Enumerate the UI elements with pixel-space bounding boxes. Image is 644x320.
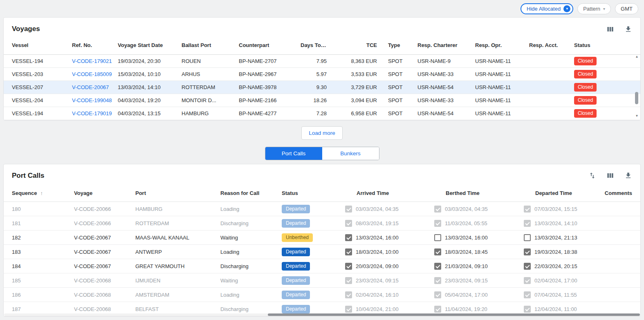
- portcall-departed-time-checkbox[interactable]: [524, 277, 531, 284]
- voyage-ref-link[interactable]: V-CODE-20067: [72, 84, 109, 90]
- voyage-type: SPOT: [377, 54, 417, 67]
- portcalls-col-status[interactable]: Status: [282, 185, 345, 202]
- voyages-col-counterpart[interactable]: Counterpart: [239, 36, 301, 54]
- voyage-ref-link[interactable]: V-CODE-199048: [72, 97, 112, 103]
- voyages-scrollbar[interactable]: ▲ ▼: [634, 49, 640, 119]
- voyages-col-ballast-port[interactable]: Ballast Port: [182, 36, 239, 54]
- portcall-berthed-time-checkbox[interactable]: [434, 277, 441, 284]
- portcalls-col-reason[interactable]: Reason for Call: [220, 185, 282, 202]
- portcall-departed-time-cell: 13/03/2024, 21:13: [524, 230, 601, 245]
- portcall-arrived-time-checkbox[interactable]: [345, 263, 352, 270]
- portcall-departed-time-checkbox[interactable]: [524, 263, 531, 270]
- portcall-arrived-time-checkbox[interactable]: [345, 291, 352, 298]
- portcall-arrived-time-checkbox[interactable]: [345, 234, 352, 241]
- portcalls-col-comments[interactable]: Comments: [601, 185, 640, 202]
- voyages-col-days-total[interactable]: Days Total: [301, 36, 327, 54]
- port-call-row[interactable]: 185V-CODE-20068IJMUIDENWaitingDeparted23…: [4, 273, 640, 288]
- download-icon[interactable]: [624, 25, 632, 33]
- portcall-berthed-time-checkbox[interactable]: [434, 306, 441, 313]
- portcall-reason: Waiting: [220, 273, 282, 288]
- voyage-row[interactable]: VESSEL-207V-CODE-2006713/03/2024, 14:10R…: [4, 81, 640, 94]
- port-call-row[interactable]: 184V-CODE-20067GREAT YARMOUTHDischarging…: [4, 259, 640, 273]
- tab-bunkers[interactable]: Bunkers: [322, 147, 379, 160]
- voyage-row[interactable]: VESSEL-194V-CODE-17901904/03/2024, 13:15…: [4, 107, 640, 120]
- voyage-row[interactable]: VESSEL-203V-CODE-18500915/03/2024, 10:10…: [4, 67, 640, 81]
- voyage-status-cell: Closed: [574, 107, 640, 120]
- pattern-button[interactable]: Pattern ▾: [577, 3, 611, 14]
- load-more-button[interactable]: Load more: [301, 126, 343, 140]
- portcall-berthed-time-cell: 13/03/2024, 16:00: [434, 230, 524, 245]
- voyage-ref-link[interactable]: V-CODE-179021: [72, 58, 112, 64]
- portcall-arrived-time-checkbox[interactable]: [345, 206, 352, 213]
- voyages-col-ref-no[interactable]: Ref. No.: [72, 36, 118, 54]
- portcall-berthed-time-checkbox[interactable]: [434, 206, 441, 213]
- scroll-down-icon[interactable]: ▼: [634, 114, 640, 118]
- portcalls-col-berthed-time[interactable]: Berthed Time: [434, 185, 524, 202]
- portcall-berthed-time-checkbox[interactable]: [434, 220, 441, 227]
- voyage-ref-cell: V-CODE-179021: [72, 54, 118, 67]
- portcalls-col-arrived-time[interactable]: Arrived Time: [345, 185, 434, 202]
- hide-allocated-button[interactable]: Hide Allocated ▾: [521, 3, 573, 14]
- voyages-col-start-date[interactable]: Voyage Start Date: [118, 36, 182, 54]
- voyages-col-status[interactable]: Status: [574, 36, 640, 54]
- portcall-arrived-time-checkbox[interactable]: [345, 220, 352, 227]
- columns-icon[interactable]: [606, 172, 614, 180]
- voyage-ref-link[interactable]: V-CODE-185009: [72, 71, 112, 77]
- port-calls-table: Sequence↑ Voyage Port Reason for Call St…: [4, 185, 640, 317]
- portcall-berthed-time-checkbox[interactable]: [434, 248, 441, 255]
- port-call-row[interactable]: 180V-CODE-20066HAMBURGLoadingDeparted03/…: [4, 202, 640, 216]
- voyage-resp-acct: [529, 107, 574, 120]
- portcall-berthed-time-checkbox[interactable]: [434, 291, 441, 298]
- portcall-status-cell: Departed: [282, 245, 345, 259]
- portcall-voyage: V-CODE-20067: [74, 259, 135, 273]
- portcall-arrived-time: 08/03/2024, 19:15: [356, 220, 399, 226]
- port-calls-hscrollbar-thumb[interactable]: [268, 313, 640, 316]
- portcall-berthed-time-checkbox[interactable]: [434, 234, 441, 241]
- tab-port-calls[interactable]: Port Calls: [265, 147, 322, 160]
- portcalls-col-departed-time[interactable]: Departed Time: [524, 185, 601, 202]
- portcalls-col-voyage[interactable]: Voyage: [74, 185, 135, 202]
- portcall-berthed-time-checkbox[interactable]: [434, 263, 441, 270]
- port-call-row[interactable]: 181V-CODE-20066ROTTERDAMDischargingDepar…: [4, 216, 640, 230]
- columns-icon[interactable]: [606, 25, 614, 33]
- portcall-reason: Waiting: [220, 230, 282, 245]
- voyage-start-date: 04/03/2024, 13:15: [118, 107, 182, 120]
- scroll-up-icon[interactable]: ▲: [634, 55, 640, 58]
- voyage-vessel: VESSEL-204: [4, 94, 72, 107]
- download-icon[interactable]: [624, 172, 632, 180]
- voyage-days-total: 5.97: [301, 67, 327, 81]
- port-call-row[interactable]: 182V-CODE-20067MAAS-WAAL KANAALWaitingUn…: [4, 230, 640, 245]
- voyages-col-tce[interactable]: TCE: [327, 36, 377, 54]
- voyage-row[interactable]: VESSEL-194V-CODE-17902119/03/2024, 20:30…: [4, 54, 640, 67]
- portcall-departed-time-checkbox[interactable]: [524, 248, 531, 255]
- portcall-arrived-time-checkbox[interactable]: [345, 306, 352, 313]
- voyages-scrollbar-thumb[interactable]: [635, 92, 638, 104]
- voyages-col-vessel[interactable]: Vessel: [4, 36, 72, 54]
- gmt-button[interactable]: GMT: [615, 3, 638, 14]
- voyage-ref-link[interactable]: V-CODE-179019: [72, 110, 112, 116]
- port-calls-hscrollbar[interactable]: [4, 313, 640, 316]
- voyage-days-total: 7.28: [301, 107, 327, 120]
- portcalls-col-port[interactable]: Port: [135, 185, 220, 202]
- sort-icon[interactable]: [588, 172, 596, 180]
- portcall-arrived-time-checkbox[interactable]: [345, 248, 352, 255]
- portcalls-col-sequence[interactable]: Sequence↑: [4, 185, 74, 202]
- portcall-departed-time-checkbox[interactable]: [524, 306, 531, 313]
- voyage-vessel: VESSEL-194: [4, 54, 72, 67]
- portcall-arrived-time-checkbox[interactable]: [345, 277, 352, 284]
- portcall-departed-time-checkbox[interactable]: [524, 220, 531, 227]
- voyages-col-resp-charterer[interactable]: Resp. Charterer: [417, 36, 475, 54]
- voyage-type: SPOT: [377, 107, 417, 120]
- voyages-col-type[interactable]: Type: [377, 36, 417, 54]
- portcall-departed-time-checkbox[interactable]: [524, 234, 531, 241]
- voyage-row[interactable]: VESSEL-204V-CODE-19904804/03/2024, 19:20…: [4, 94, 640, 107]
- load-more-row: Load more: [0, 126, 644, 140]
- voyage-resp-opr: USR-NAME-11: [475, 54, 529, 67]
- voyage-tce: 3,094 EUR: [327, 94, 377, 107]
- port-call-row[interactable]: 186V-CODE-20068AMSTERDAMLoadingDeparted0…: [4, 288, 640, 302]
- voyages-col-resp-acct[interactable]: Resp. Acct.: [529, 36, 574, 54]
- voyages-col-resp-opr[interactable]: Resp. Opr.: [475, 36, 529, 54]
- port-call-row[interactable]: 183V-CODE-20067ANTWERPLoadingDeparted18/…: [4, 245, 640, 259]
- portcall-departed-time-checkbox[interactable]: [524, 206, 531, 213]
- portcall-departed-time-checkbox[interactable]: [524, 291, 531, 298]
